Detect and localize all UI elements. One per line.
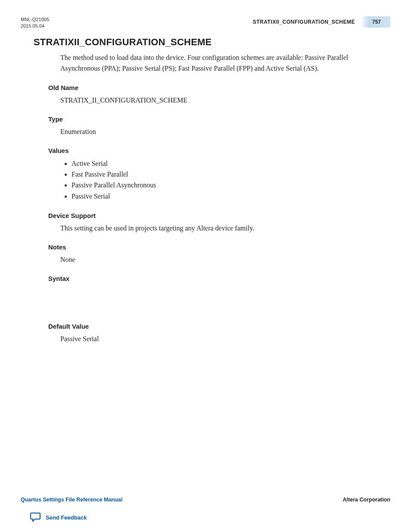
section-body: Passive Serial	[60, 334, 377, 344]
list-item: Active Serial	[72, 158, 377, 169]
values-list: Active Serial Fast Passive Parallel Pass…	[72, 158, 377, 202]
section-body: This setting can be used in projects tar…	[60, 223, 377, 233]
doc-code: MNL-Q21005	[21, 16, 49, 23]
page-header: MNL-Q21005 2015.05.04 STRATIXII_CONFIGUR…	[21, 16, 390, 30]
feedback-label: Send Feedback	[46, 514, 87, 521]
section-old-name: Old Name STRATIX_II_CONFIGURATION_SCHEME	[34, 83, 377, 105]
section-heading: Device Support	[48, 211, 377, 221]
section-heading: Default Value	[48, 322, 377, 331]
list-item: Passive Parallel Asynchronous	[72, 180, 377, 190]
section-syntax: Syntax	[34, 274, 377, 283]
section-body: Enumeration	[60, 127, 377, 137]
section-heading: Old Name	[48, 83, 377, 93]
section-values: Values Active Serial Fast Passive Parall…	[34, 146, 377, 202]
page-title: STRATIXII_CONFIGURATION_SCHEME	[34, 35, 377, 49]
list-item: Fast Passive Parallel	[72, 169, 377, 180]
section-heading: Type	[48, 115, 377, 124]
section-body: None	[60, 255, 377, 264]
section-heading: Syntax	[48, 274, 377, 283]
description-text: The method used to load data into the de…	[60, 53, 377, 74]
section-device-support: Device Support This setting can be used …	[34, 211, 377, 233]
doc-date: 2015.05.04	[21, 23, 49, 29]
doc-meta: MNL-Q21005 2015.05.04	[21, 16, 49, 30]
section-notes: Notes None	[34, 243, 377, 264]
section-default-value: Default Value Passive Serial	[34, 322, 377, 344]
company-name: Altera Corporation	[343, 497, 390, 503]
content-area: STRATIXII_CONFIGURATION_SCHEME The metho…	[34, 35, 377, 353]
section-heading: Notes	[48, 243, 377, 252]
page-footer: Quartus Settings File Reference Manual A…	[21, 497, 390, 503]
header-right: STRATIXII_CONFIGURATION_SCHEME 757	[253, 16, 390, 28]
section-type: Type Enumeration	[34, 115, 377, 137]
section-heading: Values	[48, 146, 377, 156]
section-body: STRATIX_II_CONFIGURATION_SCHEME	[60, 95, 377, 105]
manual-title-link[interactable]: Quartus Settings File Reference Manual	[21, 497, 122, 503]
page-number-badge: 757	[361, 16, 390, 28]
send-feedback-link[interactable]: Send Feedback	[30, 512, 87, 523]
speech-bubble-icon	[30, 512, 41, 523]
running-title: STRATIXII_CONFIGURATION_SCHEME	[253, 16, 361, 28]
list-item: Passive Serial	[72, 191, 377, 202]
